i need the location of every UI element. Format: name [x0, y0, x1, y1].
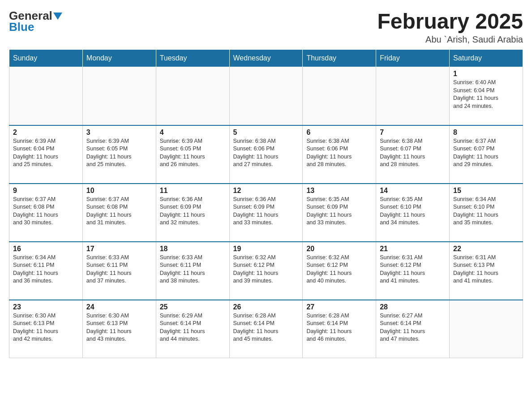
- weekday-header-thursday: Thursday: [303, 50, 376, 67]
- day-number: 8: [453, 128, 519, 137]
- day-info: Sunrise: 6:39 AMSunset: 6:05 PMDaylight:…: [86, 137, 152, 169]
- day-number: 14: [380, 187, 446, 195]
- day-number: 7: [380, 128, 446, 137]
- day-number: 27: [306, 303, 372, 311]
- location-subtitle: Abu `Arish, Saudi Arabia: [377, 34, 523, 45]
- logo: General Blue: [9, 9, 62, 34]
- calendar-cell: [156, 67, 229, 125]
- calendar-cell: 4Sunrise: 6:39 AMSunset: 6:05 PMDaylight…: [156, 125, 229, 184]
- calendar-cell: 16Sunrise: 6:34 AMSunset: 6:11 PMDayligh…: [9, 242, 83, 300]
- calendar-week-row: 16Sunrise: 6:34 AMSunset: 6:11 PMDayligh…: [9, 242, 523, 300]
- day-info: Sunrise: 6:32 AMSunset: 6:12 PMDaylight:…: [306, 254, 372, 285]
- calendar-cell: 17Sunrise: 6:33 AMSunset: 6:11 PMDayligh…: [82, 242, 156, 300]
- day-info: Sunrise: 6:27 AMSunset: 6:14 PMDaylight:…: [380, 312, 446, 343]
- calendar-cell: 28Sunrise: 6:27 AMSunset: 6:14 PMDayligh…: [376, 300, 450, 358]
- logo-blue-text: Blue: [9, 20, 34, 34]
- day-info: Sunrise: 6:39 AMSunset: 6:05 PMDaylight:…: [160, 137, 226, 169]
- weekday-header-sunday: Sunday: [9, 50, 83, 67]
- calendar-table: SundayMondayTuesdayWednesdayThursdayFrid…: [9, 49, 523, 358]
- calendar-cell: 12Sunrise: 6:36 AMSunset: 6:09 PMDayligh…: [229, 184, 303, 242]
- day-number: 2: [13, 128, 79, 137]
- day-number: 13: [306, 187, 372, 195]
- day-number: 1: [453, 70, 519, 78]
- day-number: 22: [453, 245, 519, 253]
- day-info: Sunrise: 6:35 AMSunset: 6:09 PMDaylight:…: [306, 196, 372, 227]
- day-info: Sunrise: 6:36 AMSunset: 6:09 PMDaylight:…: [233, 196, 299, 227]
- calendar-cell: 24Sunrise: 6:30 AMSunset: 6:13 PMDayligh…: [82, 300, 156, 358]
- day-info: Sunrise: 6:28 AMSunset: 6:14 PMDaylight:…: [233, 312, 299, 343]
- day-info: Sunrise: 6:34 AMSunset: 6:10 PMDaylight:…: [453, 196, 519, 227]
- calendar-cell: 7Sunrise: 6:38 AMSunset: 6:07 PMDaylight…: [376, 125, 450, 184]
- calendar-week-row: 9Sunrise: 6:37 AMSunset: 6:08 PMDaylight…: [9, 184, 523, 242]
- day-number: 16: [13, 245, 79, 253]
- day-info: Sunrise: 6:35 AMSunset: 6:10 PMDaylight:…: [380, 196, 446, 227]
- calendar-week-row: 23Sunrise: 6:30 AMSunset: 6:13 PMDayligh…: [9, 300, 523, 358]
- day-number: 10: [86, 187, 152, 195]
- calendar-cell: 11Sunrise: 6:36 AMSunset: 6:09 PMDayligh…: [156, 184, 229, 242]
- calendar-cell: 26Sunrise: 6:28 AMSunset: 6:14 PMDayligh…: [229, 300, 303, 358]
- calendar-cell: 21Sunrise: 6:31 AMSunset: 6:12 PMDayligh…: [376, 242, 450, 300]
- day-number: 25: [160, 303, 226, 311]
- weekday-header-monday: Monday: [82, 50, 156, 67]
- day-number: 5: [233, 128, 299, 137]
- calendar-week-row: 2Sunrise: 6:39 AMSunset: 6:04 PMDaylight…: [9, 125, 523, 184]
- month-title: February 2025: [377, 9, 523, 34]
- calendar-cell: [450, 300, 523, 358]
- day-number: 26: [233, 303, 299, 311]
- day-number: 24: [86, 303, 152, 311]
- day-number: 12: [233, 187, 299, 195]
- calendar-cell: 18Sunrise: 6:33 AMSunset: 6:11 PMDayligh…: [156, 242, 229, 300]
- day-info: Sunrise: 6:32 AMSunset: 6:12 PMDaylight:…: [233, 254, 299, 285]
- calendar-cell: 9Sunrise: 6:37 AMSunset: 6:08 PMDaylight…: [9, 184, 83, 242]
- day-info: Sunrise: 6:38 AMSunset: 6:07 PMDaylight:…: [380, 137, 446, 169]
- day-number: 19: [233, 245, 299, 253]
- calendar-cell: 20Sunrise: 6:32 AMSunset: 6:12 PMDayligh…: [303, 242, 376, 300]
- day-info: Sunrise: 6:36 AMSunset: 6:09 PMDaylight:…: [160, 196, 226, 227]
- calendar-cell: 25Sunrise: 6:29 AMSunset: 6:14 PMDayligh…: [156, 300, 229, 358]
- day-info: Sunrise: 6:33 AMSunset: 6:11 PMDaylight:…: [86, 254, 152, 285]
- calendar-cell: 22Sunrise: 6:31 AMSunset: 6:13 PMDayligh…: [450, 242, 523, 300]
- day-number: 9: [13, 187, 79, 195]
- calendar-cell: 14Sunrise: 6:35 AMSunset: 6:10 PMDayligh…: [376, 184, 450, 242]
- day-info: Sunrise: 6:38 AMSunset: 6:06 PMDaylight:…: [306, 137, 372, 169]
- calendar-cell: 19Sunrise: 6:32 AMSunset: 6:12 PMDayligh…: [229, 242, 303, 300]
- calendar-cell: 1Sunrise: 6:40 AMSunset: 6:04 PMDaylight…: [450, 67, 523, 125]
- logo-triangle-icon: [53, 13, 62, 20]
- day-info: Sunrise: 6:37 AMSunset: 6:07 PMDaylight:…: [453, 137, 519, 169]
- day-number: 3: [86, 128, 152, 137]
- weekday-header-friday: Friday: [376, 50, 450, 67]
- calendar-cell: 27Sunrise: 6:28 AMSunset: 6:14 PMDayligh…: [303, 300, 376, 358]
- calendar-cell: 15Sunrise: 6:34 AMSunset: 6:10 PMDayligh…: [450, 184, 523, 242]
- calendar-cell: [303, 67, 376, 125]
- title-block: February 2025 Abu `Arish, Saudi Arabia: [377, 9, 523, 45]
- calendar-cell: [376, 67, 450, 125]
- day-info: Sunrise: 6:37 AMSunset: 6:08 PMDaylight:…: [13, 196, 79, 227]
- day-number: 17: [86, 245, 152, 253]
- calendar-cell: 5Sunrise: 6:38 AMSunset: 6:06 PMDaylight…: [229, 125, 303, 184]
- day-info: Sunrise: 6:31 AMSunset: 6:12 PMDaylight:…: [380, 254, 446, 285]
- weekday-header-wednesday: Wednesday: [229, 50, 303, 67]
- calendar-cell: [82, 67, 156, 125]
- day-info: Sunrise: 6:37 AMSunset: 6:08 PMDaylight:…: [86, 196, 152, 227]
- day-number: 28: [380, 303, 446, 311]
- calendar-cell: 6Sunrise: 6:38 AMSunset: 6:06 PMDaylight…: [303, 125, 376, 184]
- day-number: 23: [13, 303, 79, 311]
- day-info: Sunrise: 6:30 AMSunset: 6:13 PMDaylight:…: [13, 312, 79, 343]
- day-info: Sunrise: 6:29 AMSunset: 6:14 PMDaylight:…: [160, 312, 226, 343]
- day-info: Sunrise: 6:31 AMSunset: 6:13 PMDaylight:…: [453, 254, 519, 285]
- calendar-cell: 8Sunrise: 6:37 AMSunset: 6:07 PMDaylight…: [450, 125, 523, 184]
- day-info: Sunrise: 6:34 AMSunset: 6:11 PMDaylight:…: [13, 254, 79, 285]
- calendar-cell: [229, 67, 303, 125]
- weekday-header-tuesday: Tuesday: [156, 50, 229, 67]
- day-number: 6: [306, 128, 372, 137]
- calendar-week-row: 1Sunrise: 6:40 AMSunset: 6:04 PMDaylight…: [9, 67, 523, 125]
- day-number: 21: [380, 245, 446, 253]
- day-number: 18: [160, 245, 226, 253]
- calendar-cell: 13Sunrise: 6:35 AMSunset: 6:09 PMDayligh…: [303, 184, 376, 242]
- page-header: General Blue February 2025 Abu `Arish, S…: [9, 9, 523, 45]
- day-info: Sunrise: 6:40 AMSunset: 6:04 PMDaylight:…: [453, 79, 519, 110]
- calendar-cell: 23Sunrise: 6:30 AMSunset: 6:13 PMDayligh…: [9, 300, 83, 358]
- weekday-header-row: SundayMondayTuesdayWednesdayThursdayFrid…: [9, 50, 523, 67]
- day-number: 15: [453, 187, 519, 195]
- day-info: Sunrise: 6:28 AMSunset: 6:14 PMDaylight:…: [306, 312, 372, 343]
